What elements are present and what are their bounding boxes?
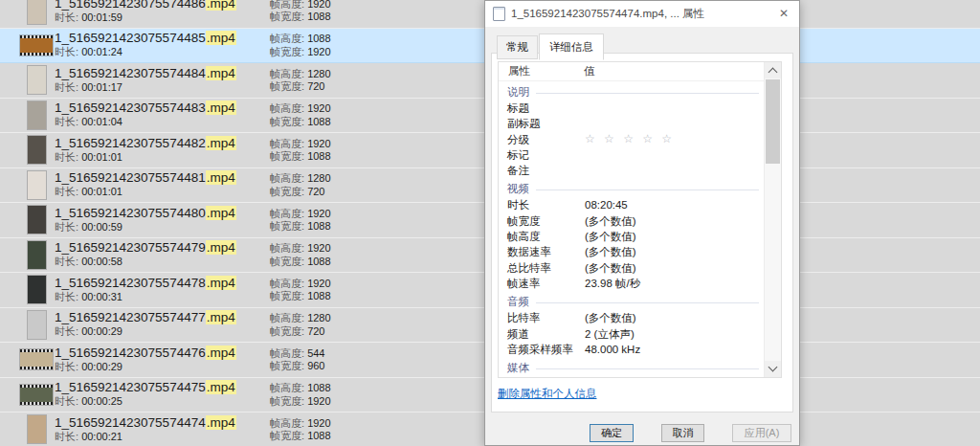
property-value[interactable]: 08:20:45 bbox=[585, 197, 628, 212]
frame-height-value: 1088 bbox=[307, 382, 330, 393]
frame-height-label: 帧高度: bbox=[270, 278, 304, 289]
file-duration: 时长: 00:00:59 bbox=[55, 221, 236, 234]
property-value[interactable]: (多个数值) bbox=[585, 213, 636, 229]
property-row: 参与创作的艺术家 bbox=[499, 376, 765, 377]
file-name-base: 1_5165921423075574479 bbox=[55, 240, 206, 255]
remove-properties-link[interactable]: 删除属性和个人信息 bbox=[498, 387, 597, 401]
apply-button[interactable]: 应用(A) bbox=[732, 424, 791, 442]
file-dimensions: 帧高度: 1280 帧宽度: 720 bbox=[270, 68, 331, 94]
property-label: 备注 bbox=[499, 163, 585, 178]
property-label: 数据速率 bbox=[499, 244, 585, 259]
property-row: 分级 ☆ ☆ ☆ ☆ ☆ bbox=[499, 132, 765, 147]
frame-width-value: 1920 bbox=[307, 395, 330, 407]
file-name-base: 1_5165921423075574486 bbox=[55, 0, 206, 11]
file-dimensions: 帧高度: 1920 帧宽度: 1088 bbox=[270, 278, 331, 303]
frame-height-value: 1920 bbox=[307, 208, 330, 219]
duration-value: 00:01:17 bbox=[81, 81, 122, 93]
frame-width-line: 帧宽度: 720 bbox=[270, 186, 331, 199]
property-value[interactable]: (多个数值) bbox=[585, 260, 636, 276]
file-info: 1_5165921423075574486.mp4 时长: 00:01:59 bbox=[55, 0, 236, 24]
video-thumbnail bbox=[19, 29, 54, 63]
property-row: 备注 bbox=[499, 163, 765, 178]
property-row: 比特率 (多个数值) bbox=[499, 310, 765, 325]
file-dimensions: 帧高度: 1920 帧宽度: 1088 bbox=[270, 242, 331, 268]
property-value[interactable]: 48.000 kHz bbox=[585, 342, 640, 357]
file-name-base: 1_5165921423075574485 bbox=[55, 31, 206, 45]
dialog-scrollbar[interactable] bbox=[764, 62, 781, 377]
property-value[interactable]: (多个数值) bbox=[585, 229, 636, 244]
thumbnail-image bbox=[28, 206, 46, 234]
frame-height-label: 帧高度: bbox=[270, 172, 304, 184]
file-duration: 时长: 00:00:31 bbox=[55, 291, 236, 304]
property-row: 总比特率 (多个数值) bbox=[499, 260, 765, 276]
frame-width-line: 帧宽度: 960 bbox=[270, 360, 324, 373]
frame-width-label: 帧宽度: bbox=[270, 150, 304, 162]
property-label: 时长 bbox=[499, 197, 585, 212]
video-thumbnail bbox=[19, 63, 54, 98]
property-label: 帧宽度 bbox=[499, 213, 585, 229]
ok-button[interactable]: 确定 bbox=[590, 424, 634, 442]
duration-value: 00:01:01 bbox=[81, 186, 122, 197]
file-duration: 时长: 00:01:17 bbox=[55, 81, 236, 95]
value-column-header: 值 bbox=[584, 64, 595, 78]
scroll-thumb[interactable] bbox=[766, 79, 780, 164]
frame-width-line: 帧宽度: 1920 bbox=[270, 46, 331, 59]
duration-value: 00:00:21 bbox=[81, 431, 122, 442]
frame-width-line: 帧宽度: 1088 bbox=[270, 11, 331, 24]
duration-value: 00:01:01 bbox=[81, 151, 122, 163]
frame-height-line: 帧高度: 1088 bbox=[270, 382, 331, 395]
video-thumbnail bbox=[19, 168, 54, 203]
dialog-titlebar[interactable]: 1_5165921423075574474.mp4, ... 属性 ✕ bbox=[485, 1, 799, 27]
frame-width-line: 帧宽度: 1088 bbox=[270, 256, 331, 269]
file-name-base: 1_5165921423075574482 bbox=[55, 136, 206, 150]
property-value[interactable]: 23.98 帧/秒 bbox=[585, 276, 640, 291]
frame-height-line: 帧高度: 1920 bbox=[270, 0, 331, 11]
file-name-base: 1_5165921423075574481 bbox=[55, 170, 206, 185]
thumbnail-image bbox=[28, 66, 46, 94]
frame-height-line: 帧高度: 1920 bbox=[270, 138, 331, 151]
frame-height-label: 帧高度: bbox=[270, 138, 304, 149]
property-value[interactable]: (多个数值) bbox=[585, 244, 636, 259]
file-name: 1_5165921423075574474.mp4 bbox=[55, 415, 236, 431]
property-row: 帧高度 (多个数值) bbox=[499, 229, 765, 244]
frame-width-value: 1088 bbox=[307, 256, 330, 267]
property-label: 标题 bbox=[499, 100, 585, 116]
file-name: 1_5165921423075574479.mp4 bbox=[55, 240, 236, 256]
thumbnail-image bbox=[28, 276, 46, 303]
file-duration: 时长: 00:01:04 bbox=[55, 116, 236, 129]
duration-label: 时长: bbox=[55, 221, 78, 233]
property-list: 说明 标题 副标题 bbox=[499, 81, 765, 377]
property-value[interactable]: ☆ ☆ ☆ ☆ ☆ bbox=[585, 132, 675, 147]
property-section: 说明 标题 副标题 bbox=[499, 85, 765, 178]
file-ext-search-highlight: .mp4 bbox=[206, 100, 236, 115]
property-label: 标记 bbox=[499, 147, 585, 163]
file-ext-search-highlight: .mp4 bbox=[206, 170, 236, 185]
duration-label: 时长: bbox=[55, 431, 78, 442]
scroll-up-icon[interactable] bbox=[765, 62, 781, 78]
frame-height-value: 1920 bbox=[307, 138, 330, 149]
video-thumbnail bbox=[19, 273, 54, 307]
tab[interactable]: 详细信息 bbox=[539, 33, 604, 60]
frame-height-value: 1280 bbox=[307, 68, 330, 79]
file-dimensions: 帧高度: 1088 帧宽度: 1920 bbox=[270, 33, 331, 58]
video-thumbnail bbox=[19, 343, 54, 377]
property-value[interactable]: 2 (立体声) bbox=[585, 326, 635, 342]
file-name: 1_5165921423075574486.mp4 bbox=[55, 0, 236, 11]
file-duration: 时长: 00:00:29 bbox=[55, 361, 236, 374]
file-ext-search-highlight: .mp4 bbox=[206, 276, 236, 290]
file-duration: 时长: 00:01:59 bbox=[55, 11, 236, 25]
file-info: 1_5165921423075574484.mp4 时长: 00:01:17 bbox=[55, 66, 236, 95]
dialog-buttons: 确定 取消 应用(A) bbox=[590, 424, 791, 442]
thumbnail-image bbox=[28, 171, 46, 199]
scroll-down-icon[interactable] bbox=[765, 361, 781, 377]
file-duration: 时长: 00:00:58 bbox=[55, 256, 236, 269]
file-dimensions: 帧高度: 1920 帧宽度: 1088 bbox=[270, 0, 331, 24]
close-icon[interactable]: ✕ bbox=[768, 1, 799, 27]
video-thumbnail bbox=[19, 99, 54, 133]
property-value[interactable]: (多个数值) bbox=[585, 310, 636, 325]
cancel-button[interactable]: 取消 bbox=[661, 424, 704, 442]
file-info: 1_5165921423075574480.mp4 时长: 00:00:59 bbox=[55, 206, 236, 234]
tab[interactable]: 常规 bbox=[497, 35, 538, 59]
file-info: 1_5165921423075574478.mp4 时长: 00:00:31 bbox=[55, 276, 236, 304]
file-dimensions: 帧高度: 1088 帧宽度: 1920 bbox=[270, 382, 331, 408]
